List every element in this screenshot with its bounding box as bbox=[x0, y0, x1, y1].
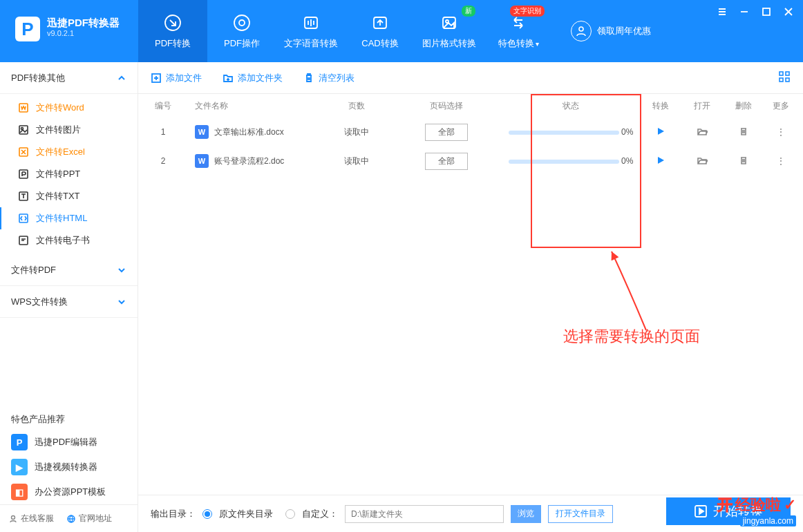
menu-button[interactable] bbox=[717, 7, 727, 17]
toolbar: 添加文件 添加文件夹 清空列表 bbox=[138, 62, 803, 94]
promo-icon: P bbox=[11, 434, 28, 450]
annotation-text: 选择需要转换的页面 bbox=[563, 326, 700, 347]
delete-button[interactable] bbox=[738, 129, 749, 139]
file-name: W文章输出标准.docx bbox=[184, 125, 322, 139]
svg-point-1 bbox=[234, 15, 249, 30]
svg-rect-20 bbox=[780, 72, 783, 75]
promo-title: 特色产品推荐 bbox=[0, 403, 138, 430]
promo-pdf-editor[interactable]: P迅捷PDF编辑器 bbox=[0, 430, 138, 455]
app-logo-block: P 迅捷PDF转换器 v9.0.2.1 bbox=[0, 0, 138, 62]
convert-button[interactable] bbox=[656, 158, 665, 167]
radio-original[interactable] bbox=[202, 509, 212, 519]
group-to-pdf[interactable]: 文件转PDF bbox=[0, 254, 138, 286]
content-area: 添加文件 添加文件夹 清空列表 编号 文件名称 页数 页码选择 状态 转换 打开… bbox=[138, 62, 803, 532]
table-header: 编号 文件名称 页数 页码选择 状态 转换 打开 删除 更多 bbox=[138, 94, 803, 117]
svg-rect-23 bbox=[786, 78, 789, 82]
nav-text-audio[interactable]: 文字语音转换 bbox=[276, 0, 346, 62]
output-path-input[interactable] bbox=[345, 505, 504, 523]
start-convert-button[interactable]: 开始转换 bbox=[666, 497, 791, 525]
sidebar-footer: 在线客服 官网地址 bbox=[0, 504, 138, 532]
annotation-arrow bbox=[608, 247, 670, 337]
open-button[interactable] bbox=[697, 158, 708, 168]
open-button[interactable] bbox=[697, 129, 708, 139]
app-version: v9.0.2.1 bbox=[47, 29, 120, 37]
reward-link[interactable]: 领取周年优惠 bbox=[571, 0, 651, 62]
chevron-down-icon bbox=[117, 297, 126, 307]
sidebar-item-ebook[interactable]: 文件转电子书 bbox=[0, 229, 138, 251]
svg-point-7 bbox=[579, 27, 583, 31]
operate-icon bbox=[232, 12, 252, 33]
minimize-button[interactable] bbox=[739, 7, 749, 17]
group-pdf-to-other[interactable]: PDF转换其他 bbox=[0, 62, 138, 94]
chevron-up-icon bbox=[117, 73, 126, 83]
svg-rect-22 bbox=[780, 78, 783, 82]
chevron-down-icon bbox=[117, 265, 126, 275]
app-title: 迅捷PDF转换器 bbox=[47, 17, 120, 29]
promo-ppt[interactable]: ◧办公资源PPT模板 bbox=[0, 479, 138, 504]
site-link[interactable]: 官网地址 bbox=[66, 513, 112, 524]
app-logo-icon: P bbox=[15, 17, 40, 41]
audio-icon bbox=[301, 12, 321, 33]
user-icon bbox=[571, 21, 592, 41]
main-area: PDF转换其他 文件转Word 文件转图片 文件转Excel 文件转PPT 文件… bbox=[0, 62, 803, 532]
nav-special[interactable]: 文字识别 特色转换▾ bbox=[484, 0, 553, 62]
ebook-icon bbox=[18, 235, 29, 246]
svg-rect-8 bbox=[763, 8, 770, 15]
sidebar-item-html[interactable]: 文件转HTML bbox=[0, 207, 138, 229]
group-wps[interactable]: WPS文件转换 bbox=[0, 286, 138, 318]
delete-button[interactable] bbox=[738, 158, 749, 168]
more-button[interactable]: ⋮ bbox=[776, 155, 786, 167]
sidebar-item-image[interactable]: 文件转图片 bbox=[0, 119, 138, 141]
promo-icon: ◧ bbox=[11, 484, 28, 500]
sidebar-item-txt[interactable]: 文件转TXT bbox=[0, 185, 138, 207]
maximize-button[interactable] bbox=[762, 7, 771, 17]
excel-icon bbox=[18, 146, 29, 158]
clear-list-button[interactable]: 清空列表 bbox=[303, 72, 355, 84]
radio-custom[interactable] bbox=[285, 509, 295, 519]
sidebar-item-excel[interactable]: 文件转Excel bbox=[0, 141, 138, 163]
promo-video[interactable]: ▶迅捷视频转换器 bbox=[0, 455, 138, 479]
promo-icon: ▶ bbox=[11, 459, 28, 475]
more-button[interactable]: ⋮ bbox=[776, 126, 786, 137]
status-cell: 0% bbox=[502, 127, 640, 137]
view-switch[interactable] bbox=[778, 70, 791, 85]
nav-image[interactable]: 新 图片格式转换 bbox=[415, 0, 484, 62]
page-select-button[interactable]: 全部 bbox=[425, 124, 468, 141]
close-button[interactable] bbox=[784, 7, 793, 17]
new-badge: 新 bbox=[462, 6, 475, 17]
table-row: 2 W账号登录流程2.doc 读取中 全部 0% ⋮ bbox=[138, 146, 803, 175]
nav-pdf-operate[interactable]: PDF操作 bbox=[207, 0, 276, 62]
svg-rect-21 bbox=[786, 72, 789, 75]
cad-icon bbox=[370, 12, 390, 33]
progress-bar bbox=[509, 160, 619, 164]
svg-point-2 bbox=[239, 20, 245, 26]
sidebar-item-ppt[interactable]: 文件转PPT bbox=[0, 163, 138, 185]
sidebar: PDF转换其他 文件转Word 文件转图片 文件转Excel 文件转PPT 文件… bbox=[0, 62, 138, 532]
support-link[interactable]: 在线客服 bbox=[8, 513, 54, 524]
table-row: 1 W文章输出标准.docx 读取中 全部 0% ⋮ bbox=[138, 117, 803, 146]
txt-icon bbox=[18, 191, 29, 202]
nav-cad[interactable]: CAD转换 bbox=[346, 0, 415, 62]
page-select-button[interactable]: 全部 bbox=[425, 153, 468, 170]
convert-button[interactable] bbox=[656, 129, 665, 138]
image-icon bbox=[18, 124, 29, 135]
html-icon bbox=[18, 213, 29, 224]
output-label: 输出目录： bbox=[151, 508, 196, 520]
convert-icon bbox=[162, 12, 183, 33]
progress-bar bbox=[509, 131, 619, 135]
sidebar-menu: 文件转Word 文件转图片 文件转Excel 文件转PPT 文件转TXT 文件转… bbox=[0, 94, 138, 254]
browse-button[interactable]: 浏览 bbox=[511, 505, 541, 523]
ppt-icon bbox=[18, 169, 29, 180]
image-icon bbox=[439, 12, 460, 33]
open-dir-button[interactable]: 打开文件目录 bbox=[548, 505, 613, 523]
window-controls bbox=[717, 7, 793, 17]
nav-pdf-convert[interactable]: PDF转换 bbox=[138, 0, 207, 62]
add-file-button[interactable]: 添加文件 bbox=[151, 72, 202, 84]
sidebar-item-word[interactable]: 文件转Word bbox=[0, 97, 138, 119]
svg-rect-13 bbox=[19, 170, 28, 178]
svg-rect-9 bbox=[19, 104, 28, 112]
add-folder-button[interactable]: 添加文件夹 bbox=[223, 72, 283, 84]
main-nav: PDF转换 PDF操作 文字语音转换 CAD转换 新 图片格式转换 文字识别 特… bbox=[138, 0, 553, 62]
svg-point-17 bbox=[12, 515, 15, 519]
word-file-icon: W bbox=[195, 125, 209, 139]
